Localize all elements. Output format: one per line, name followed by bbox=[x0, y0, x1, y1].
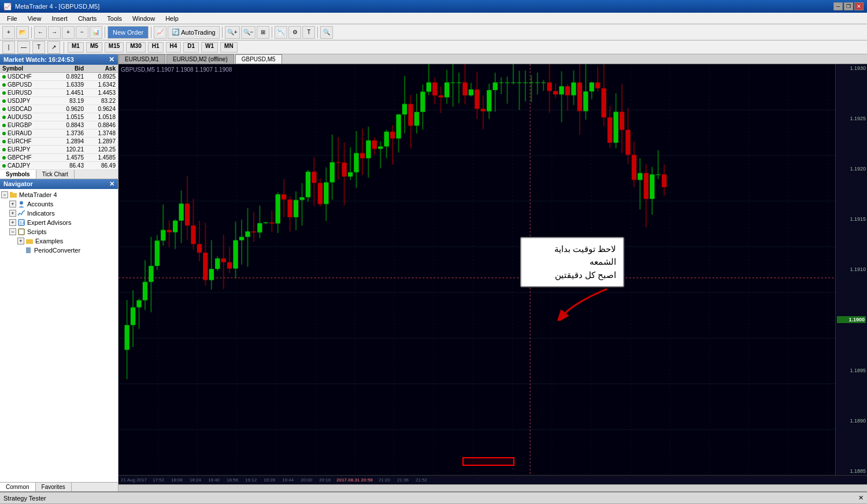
nav-label-period-converter: PeriodConverter bbox=[34, 247, 80, 254]
mw-row-eurusd[interactable]: EURUSD 1.4451 1.4453 bbox=[0, 89, 118, 97]
window-controls: ─ ❐ ✕ bbox=[833, 2, 864, 10]
nav-metatrader4[interactable]: − MetaTrader 4 bbox=[1, 190, 117, 199]
navigator-header: Navigator ✕ bbox=[0, 179, 118, 189]
tab-symbols[interactable]: Symbols bbox=[0, 170, 36, 179]
period-d1[interactable]: D1 bbox=[183, 42, 199, 53]
mw-row-eurjpy[interactable]: EURJPY 120.21 120.25 bbox=[0, 146, 118, 154]
nav-period-converter[interactable]: PeriodConverter bbox=[1, 246, 117, 255]
mw-row-usdjpy[interactable]: USDJPY 83.19 83.22 bbox=[0, 97, 118, 105]
toolbar-line[interactable]: | bbox=[2, 41, 15, 54]
nav-expand-mt4[interactable]: − bbox=[1, 191, 8, 198]
close-button[interactable]: ✕ bbox=[854, 2, 864, 10]
mw-dot bbox=[2, 75, 6, 79]
toolbar-tpl[interactable]: T bbox=[302, 26, 315, 39]
navigator-close[interactable]: ✕ bbox=[109, 180, 114, 188]
toolbar-hline[interactable]: — bbox=[17, 41, 30, 54]
chart-tab-eurusd-m2[interactable]: EURUSD,M2 (offline) bbox=[166, 54, 234, 64]
mw-dot bbox=[2, 164, 6, 168]
mw-row-gbpchf[interactable]: GBPCHF 1.4575 1.4585 bbox=[0, 154, 118, 162]
annotation-arrow bbox=[555, 286, 624, 321]
toolbar-properties[interactable]: 📊 bbox=[90, 26, 102, 39]
period-m30[interactable]: M30 bbox=[126, 42, 145, 53]
price-level: 1.1885 bbox=[837, 468, 866, 474]
nav-label-mt4: MetaTrader 4 bbox=[19, 191, 57, 198]
period-m5[interactable]: M5 bbox=[86, 42, 102, 53]
toolbar-zoomin2[interactable]: 🔍+ bbox=[225, 26, 240, 39]
menu-tools[interactable]: Tools bbox=[102, 14, 127, 23]
price-level: 1.1925 bbox=[837, 116, 866, 121]
nav-expand-accounts[interactable]: + bbox=[9, 201, 16, 207]
toolbar-search[interactable]: 🔍 bbox=[320, 26, 333, 39]
new-order-button[interactable]: New Order bbox=[108, 26, 149, 39]
toolbar-back[interactable]: ← bbox=[34, 26, 47, 39]
toolbar-zoomout2[interactable]: 🔍− bbox=[241, 26, 256, 39]
toolbar-zoomout[interactable]: − bbox=[76, 26, 88, 39]
period-h1[interactable]: H1 bbox=[148, 42, 164, 53]
main-layout: Market Watch: 16:24:53 ✕ Symbol Bid Ask … bbox=[0, 54, 867, 491]
svg-rect-0 bbox=[10, 193, 17, 198]
window-title: MetaTrader 4 - [GBPUSD,M5] bbox=[15, 3, 99, 10]
nav-expand-examples[interactable]: + bbox=[17, 238, 24, 244]
nav-expand-indicators[interactable]: + bbox=[9, 210, 16, 217]
period-m15[interactable]: M15 bbox=[105, 42, 124, 53]
ea-icon: EA bbox=[17, 218, 25, 227]
period-w1[interactable]: W1 bbox=[201, 42, 218, 53]
menu-file[interactable]: File bbox=[2, 14, 22, 23]
toolbar-zoomin[interactable]: + bbox=[62, 26, 75, 39]
mw-row-usdchf[interactable]: USDCHF 0.8921 0.8925 bbox=[0, 73, 118, 81]
mw-row-audusd[interactable]: AUDUSD 1.0515 1.0518 bbox=[0, 113, 118, 121]
tab-tick-chart[interactable]: Tick Chart bbox=[36, 170, 75, 179]
nav-tab-common[interactable]: Common bbox=[0, 483, 36, 491]
chart-tab-gbpusd-m5[interactable]: GBPUSD,M5 bbox=[235, 54, 282, 64]
main-toolbar: + 📂 ← → + − 📊 New Order 📈 🔄 AutoTrading … bbox=[0, 24, 867, 40]
mw-row-euraud[interactable]: EURAUD 1.3736 1.3748 bbox=[0, 129, 118, 138]
period-m1[interactable]: M1 bbox=[68, 42, 84, 53]
restore-button[interactable]: ❐ bbox=[844, 2, 853, 10]
menu-help[interactable]: Help bbox=[161, 14, 183, 23]
mw-row-usdcad[interactable]: USDCAD 0.9620 0.9624 bbox=[0, 105, 118, 113]
toolbar-text[interactable]: T bbox=[32, 41, 45, 54]
navigator: Navigator ✕ − MetaTrader 4 + Accounts bbox=[0, 179, 118, 491]
svg-point-2 bbox=[20, 201, 23, 205]
period-mn[interactable]: MN bbox=[220, 42, 238, 53]
nav-examples[interactable]: + Examples bbox=[1, 236, 117, 246]
toolbar-fullscreen[interactable]: ⊞ bbox=[257, 26, 269, 39]
nav-accounts[interactable]: + Accounts bbox=[1, 199, 117, 209]
mw-row-eurgbp[interactable]: EURGBP 0.8843 0.8846 bbox=[0, 121, 118, 129]
menu-window[interactable]: Window bbox=[128, 14, 160, 23]
title-bar-left: 📈 MetaTrader 4 - [GBPUSD,M5] bbox=[3, 3, 99, 10]
nav-expand-ea[interactable]: + bbox=[9, 219, 16, 226]
nav-indicators[interactable]: + Indicators bbox=[1, 209, 117, 218]
chart-info: GBPUSD,M5 1.1907 1.1908 1.1907 1.1908 bbox=[121, 66, 232, 73]
chart-tab-eurusd-m1[interactable]: EURUSD,M1 bbox=[118, 54, 165, 64]
market-watch-close[interactable]: ✕ bbox=[109, 55, 114, 64]
menu-charts[interactable]: Charts bbox=[73, 14, 101, 23]
chart-canvas[interactable] bbox=[118, 64, 867, 475]
left-panel: Market Watch: 16:24:53 ✕ Symbol Bid Ask … bbox=[0, 54, 118, 491]
nav-expert-advisors[interactable]: + EA Expert Advisors bbox=[1, 218, 117, 227]
toolbar-new[interactable]: + bbox=[2, 26, 15, 39]
mw-row-cadjpy[interactable]: CADJPY 86.43 86.49 bbox=[0, 162, 118, 170]
indicators-icon bbox=[17, 209, 25, 217]
period-h4[interactable]: H4 bbox=[166, 42, 181, 53]
toolbar-chart-bar[interactable]: 📈 bbox=[154, 26, 166, 39]
menu-insert[interactable]: Insert bbox=[47, 14, 72, 23]
nav-tab-favorites[interactable]: Favorites bbox=[36, 483, 72, 491]
close-icon[interactable]: ✕ bbox=[858, 494, 864, 502]
mw-row-gbpusd[interactable]: GBPUSD 1.6339 1.6342 bbox=[0, 81, 118, 89]
toolbar-settings[interactable]: ⚙ bbox=[288, 26, 301, 39]
mw-dot bbox=[2, 99, 6, 103]
toolbar-indicators[interactable]: 📉 bbox=[275, 26, 287, 39]
mw-row-eurchf[interactable]: EURCHF 1.2894 1.2897 bbox=[0, 138, 118, 146]
nav-scripts[interactable]: − Scripts bbox=[1, 227, 117, 236]
nav-expand-scripts[interactable]: − bbox=[9, 228, 16, 235]
toolbar-open[interactable]: 📂 bbox=[16, 26, 29, 39]
menu-view[interactable]: View bbox=[23, 14, 46, 23]
minimize-button[interactable]: ─ bbox=[833, 2, 843, 10]
autotrading-button[interactable]: 🔄 AutoTrading bbox=[168, 26, 220, 39]
toolbar-fwd[interactable]: → bbox=[48, 26, 61, 39]
toolbar-arrow[interactable]: ↗ bbox=[47, 41, 60, 54]
nav-label-examples: Examples bbox=[35, 238, 63, 244]
highlighted-time-box bbox=[462, 457, 514, 466]
chart-scrollbar[interactable] bbox=[118, 484, 867, 491]
